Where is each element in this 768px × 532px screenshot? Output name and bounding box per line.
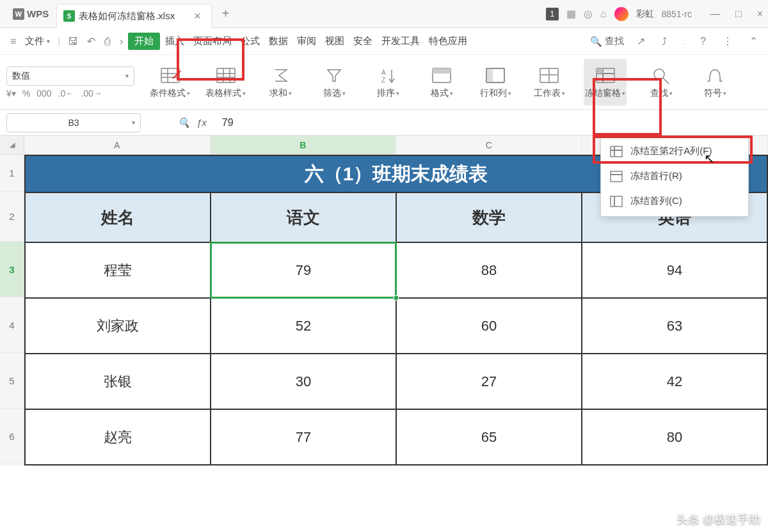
header-cell[interactable]: 数学 [396,192,582,242]
worksheet-button[interactable]: 工作表▾ [530,59,568,106]
svg-rect-27 [611,146,622,157]
file-menu[interactable]: 文件 ▾ [21,33,54,50]
cell[interactable]: 88 [396,242,582,298]
sort-button[interactable]: AZ 排序▾ [369,59,407,106]
watermark: 头条 @极速手助 [676,512,760,527]
header-cell[interactable]: 姓名 [25,192,211,242]
menu-tab-security[interactable]: 安全 [349,33,376,50]
save-icon[interactable]: 🖫 [64,36,82,47]
number-format-select[interactable]: 数值 ▾ [6,66,134,86]
conditional-format-button[interactable]: 条件格式▾ [150,59,190,106]
help-icon[interactable]: ? [696,36,710,47]
cell[interactable]: 42 [582,354,767,409]
row-header[interactable]: 4 [0,297,24,353]
cell[interactable]: 94 [582,242,767,298]
comma-icon[interactable]: 000 [36,88,51,98]
header-cell[interactable]: 语文 [211,192,396,242]
notification-badge[interactable]: 1 [546,8,559,20]
row-header[interactable]: 6 [0,409,24,464]
cell[interactable]: 60 [396,298,582,354]
cursor-icon: ↖ [704,151,715,166]
cell[interactable]: 80 [582,409,767,465]
undo-icon[interactable]: ↶ [83,35,99,47]
menu-tab-review[interactable]: 审阅 [293,33,320,50]
formula-bar: B3 ▾ 🔍ƒx 79 [0,110,768,136]
avatar[interactable] [614,7,628,21]
freeze-first-col-item[interactable]: 冻结首列(C) [601,189,748,214]
row-col-button[interactable]: 行和列▾ [476,59,515,106]
save-as-icon[interactable]: ⤴ [658,36,671,47]
fx-icon[interactable]: 🔍ƒx [178,117,207,129]
col-header-c[interactable]: C [396,136,582,154]
grid-menu-icon[interactable]: ▦ [566,8,576,20]
menu-tab-dev[interactable]: 开发工具 [378,33,424,50]
select-all-corner[interactable]: ◢ [0,136,24,155]
table-style-button[interactable]: 表格样式▾ [205,59,246,106]
currency-icon[interactable]: ¥▾ [6,88,16,98]
format-button[interactable]: 格式▾ [422,59,461,106]
filter-button[interactable]: 筛选▾ [315,59,353,106]
logo-icon: W [13,8,24,20]
decimal-increase-icon[interactable]: .0← [58,88,75,98]
find-button[interactable]: 查找▾ [642,59,680,106]
svg-point-25 [654,69,664,79]
cell[interactable]: 63 [582,298,767,354]
share-icon[interactable]: ↗ [633,35,649,47]
cell[interactable]: 27 [396,354,582,409]
menu-tab-view[interactable]: 视图 [321,33,348,50]
col-header-a[interactable]: A [24,136,211,154]
close-icon[interactable]: × [757,8,763,20]
svg-rect-16 [486,68,493,82]
percent-icon[interactable]: % [22,88,30,98]
search-button[interactable]: 🔍 查找 [590,35,624,47]
row-header[interactable]: 2 [0,192,24,242]
menu-tab-data[interactable]: 数据 [265,33,292,50]
menu-tab-layout[interactable]: 页面布局 [189,33,236,50]
version: 8851-rc [662,9,692,19]
row-header[interactable]: 1 [0,155,24,192]
print-icon[interactable]: ⎙ [100,36,115,47]
more-icon[interactable]: › [116,36,127,47]
cell[interactable]: 52 [211,298,396,354]
freeze-to-cell-item[interactable]: 冻结至第2行A列(F) [601,139,748,164]
sum-button[interactable]: 求和▾ [261,59,300,106]
target-icon[interactable]: ◎ [584,8,593,20]
hamburger-icon[interactable]: ≡ [6,36,20,47]
freeze-first-row-item[interactable]: 冻结首行(R) [601,164,748,189]
cell[interactable]: 77 [211,409,396,465]
shirt-icon[interactable]: ⌂ [600,8,607,20]
svg-rect-5 [217,68,235,82]
menu-tab-formula[interactable]: 公式 [237,33,264,50]
document-tab[interactable]: S 表格如何冻结窗格.xlsx × [56,4,212,28]
svg-text:A: A [381,69,386,76]
close-tab-icon[interactable]: × [194,10,201,23]
cell[interactable]: 赵亮 [25,409,211,465]
spreadsheet-icon: S [63,10,75,22]
col-header-b[interactable]: B [211,136,397,154]
symbol-button[interactable]: 符号▾ [696,59,734,106]
cell[interactable]: 张银 [25,354,211,409]
maximize-icon[interactable]: □ [735,8,742,20]
menu-tab-start[interactable]: 开始 [128,33,160,50]
fill-handle[interactable] [394,295,399,301]
menu-tab-insert[interactable]: 插入 [161,33,188,50]
freeze-panes-button[interactable]: 冻结窗格▾ [584,59,627,106]
app-name: WPS [27,8,49,19]
collapse-ribbon-icon[interactable]: ⌃ [746,35,762,47]
row-header[interactable]: 5 [0,353,24,409]
cell[interactable]: 65 [396,409,582,465]
formula-value[interactable]: 79 [222,117,234,129]
row-header[interactable]: 3 [0,242,24,297]
cell[interactable]: 刘家政 [25,298,211,354]
decimal-decrease-icon[interactable]: .00→ [81,88,102,98]
minimize-icon[interactable]: — [710,8,720,20]
cell[interactable]: 30 [211,354,396,409]
selected-cell[interactable]: 79 [211,242,396,298]
row-headers: 1 2 3 4 5 6 [0,155,24,465]
name-box[interactable]: B3 ▾ [6,113,141,132]
cell[interactable]: 程莹 [25,242,211,298]
menu-tab-special[interactable]: 特色应用 [425,33,471,50]
new-tab-button[interactable]: + [222,6,230,21]
kebab-icon[interactable]: ⋮ [719,35,737,47]
number-format-group: 数值 ▾ ¥▾ % 000 .0← .00→ [6,59,134,106]
